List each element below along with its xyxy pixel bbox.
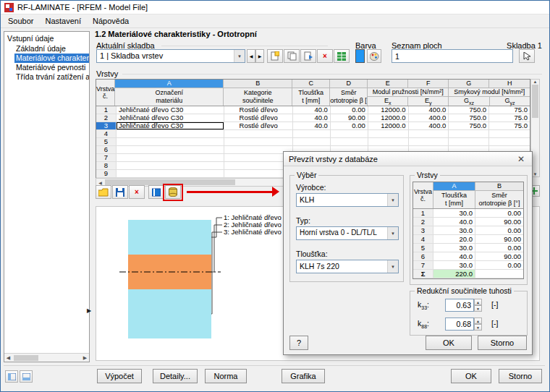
cell-a[interactable]	[117, 138, 224, 146]
next-assembly-icon[interactable]: ▶	[255, 49, 264, 63]
help-button[interactable]: ?	[289, 336, 308, 350]
sidebar-item-materialove-charakteristiky[interactable]: Materiálové charakteristiky	[14, 54, 90, 63]
cell-e[interactable]	[368, 130, 409, 138]
chevron-down-icon[interactable]: ▼	[387, 260, 398, 273]
cell-h[interactable]	[489, 138, 530, 146]
col-letter-a[interactable]: A	[115, 80, 224, 88]
cell-d[interactable]	[331, 138, 368, 146]
cell-g[interactable]: 750.0	[449, 114, 489, 122]
cell-f[interactable]: 400.0	[409, 122, 449, 130]
cell-n[interactable]: 6	[96, 146, 117, 154]
dialog-ok-button[interactable]: OK	[426, 336, 472, 350]
material-library-button[interactable]	[148, 185, 164, 199]
cell-c[interactable]	[293, 130, 331, 138]
prev-assembly-icon[interactable]: ◀	[247, 49, 255, 63]
save-layers-button[interactable]	[112, 185, 128, 199]
cell-h[interactable]: 75.0	[489, 122, 530, 130]
chevron-down-icon[interactable]: ▼	[234, 50, 245, 62]
cell-n[interactable]: 7	[96, 154, 117, 162]
cell-c[interactable]: 40.0	[293, 114, 331, 122]
cell-c[interactable]: 40.0	[293, 106, 331, 114]
cell-f[interactable]: 400.0	[409, 114, 449, 122]
import-layers-button[interactable]	[96, 185, 111, 199]
sidebar-item-zakladni-udaje[interactable]: Základní údaje	[14, 44, 67, 54]
col-letter-c[interactable]: C	[292, 80, 330, 88]
cell-e[interactable]: 12000.0	[368, 106, 409, 114]
cell-h[interactable]: 75.0	[489, 114, 530, 122]
cell-b[interactable]	[224, 130, 293, 138]
chevron-down-icon[interactable]: ▼	[387, 194, 398, 206]
sidebar-item-trida-trvani[interactable]: Třída trvání zatížení a třída provozu	[14, 72, 90, 82]
cell-t[interactable]: 40.0	[433, 252, 475, 261]
col-letter-e[interactable]: E	[368, 80, 408, 88]
cell-b[interactable]: Rostlé dřevo	[224, 114, 293, 122]
cell-n[interactable]: 9	[96, 170, 117, 178]
cell-b[interactable]: 0.00	[475, 244, 523, 252]
scrollbar-thumb[interactable]	[532, 85, 538, 118]
cell-g[interactable]: 750.0	[449, 122, 489, 130]
norm-button[interactable]: Norma	[205, 369, 247, 383]
cell-a[interactable]: Jehličnaté dřevo C30	[117, 106, 224, 114]
cell-g[interactable]: 750.0	[449, 106, 489, 114]
thickness-combobox[interactable]: KLH 7s 220 ▼	[296, 260, 399, 273]
col-letter-h[interactable]: H	[489, 80, 530, 88]
scroll-left-icon[interactable]: ◀	[4, 355, 12, 361]
cell-a[interactable]	[117, 146, 224, 154]
k88-input[interactable]	[445, 318, 474, 331]
cell-n[interactable]: 1	[96, 106, 117, 114]
cell-n[interactable]: 4	[413, 235, 433, 244]
cell-t[interactable]: 30.0	[433, 261, 475, 270]
splitter-arrow-icon[interactable]: ▶	[87, 307, 91, 314]
cell-t[interactable]: 30.0	[433, 244, 475, 252]
col-letter-d[interactable]: D	[330, 80, 368, 88]
col-letter-b[interactable]: B	[224, 80, 292, 88]
col-letter-a[interactable]: A	[433, 182, 475, 190]
cell-n[interactable]: 3	[96, 122, 117, 130]
cell-n[interactable]: 4	[96, 130, 117, 138]
color-picker-button[interactable]	[367, 49, 381, 63]
export-table-button[interactable]	[334, 49, 350, 63]
cell-t[interactable]: 30.0	[433, 226, 475, 235]
copy-assembly-button[interactable]	[284, 49, 300, 63]
surface-list-input[interactable]	[392, 49, 513, 63]
cell-h[interactable]	[489, 130, 530, 138]
spin-up-icon[interactable]: ▲	[474, 299, 482, 305]
cell-b[interactable]	[224, 138, 293, 146]
cell-b[interactable]: 90.00	[475, 235, 523, 244]
cell-b[interactable]: 90.00	[475, 252, 523, 261]
calculation-button[interactable]: Výpočet	[97, 369, 142, 383]
cell-d[interactable]: 90.00	[331, 114, 368, 122]
menu-napoveda[interactable]: Nápověda	[87, 15, 135, 27]
cell-g[interactable]	[449, 130, 489, 138]
col-letter-f[interactable]: F	[408, 80, 449, 88]
scroll-left-icon[interactable]: ◀	[96, 180, 104, 185]
cell-n[interactable]: 3	[413, 226, 433, 235]
cell-t[interactable]: 30.0	[433, 209, 475, 218]
cell-d[interactable]	[331, 130, 368, 138]
menu-nastaveni[interactable]: Nastavení	[39, 15, 87, 27]
cell-n[interactable]: 1	[413, 209, 433, 218]
close-icon[interactable]: ✕	[515, 154, 527, 164]
cell-c[interactable]: 40.0	[293, 122, 331, 130]
cell-d[interactable]: 0.00	[331, 122, 368, 130]
cell-t[interactable]: 220.0	[433, 270, 475, 278]
cell-n[interactable]: 5	[413, 244, 433, 252]
col-letter-g[interactable]: G	[449, 80, 489, 88]
cell-a[interactable]	[117, 162, 224, 170]
cell-b[interactable]: 0.00	[475, 261, 523, 270]
cell-f[interactable]	[409, 130, 449, 138]
cell-b[interactable]: Rostlé dřevo	[224, 122, 293, 130]
details-button[interactable]: Detaily...	[153, 369, 198, 383]
spin-up-icon[interactable]: ▲	[474, 318, 482, 324]
cell-n[interactable]: 8	[96, 162, 117, 170]
cell-n[interactable]: 6	[413, 252, 433, 261]
sidebar-root[interactable]: Vstupní údaje	[4, 32, 89, 44]
cell-b[interactable]: Rostlé dřevo	[224, 106, 293, 114]
pick-surfaces-button[interactable]	[519, 49, 535, 63]
spin-down-icon[interactable]: ▼	[474, 324, 482, 331]
scrollbar-thumb[interactable]	[14, 355, 38, 361]
dock-panel-button-1[interactable]	[5, 370, 18, 383]
sidebar-horizontal-scrollbar[interactable]: ◀ ▶	[4, 353, 89, 362]
new-assembly-button[interactable]	[267, 49, 283, 63]
cell-b[interactable]: 0.00	[475, 226, 523, 235]
